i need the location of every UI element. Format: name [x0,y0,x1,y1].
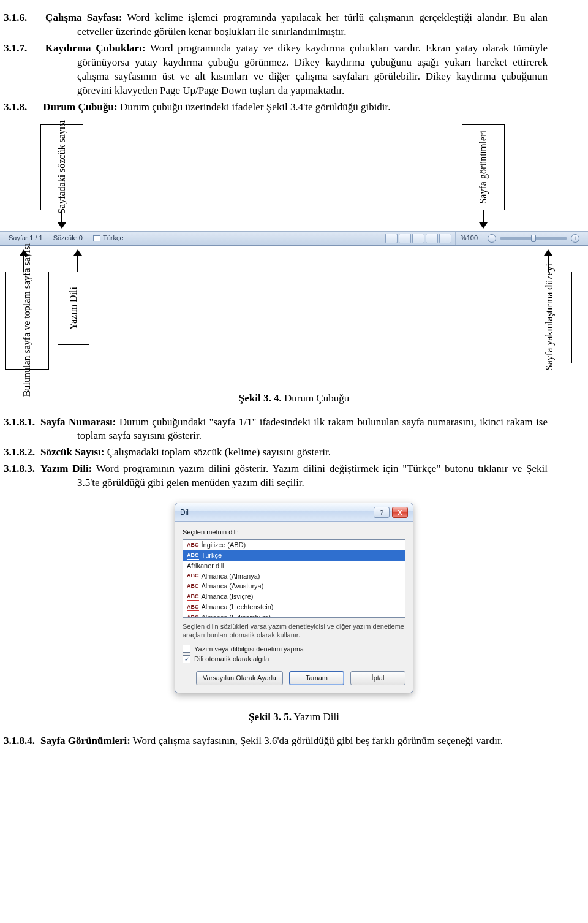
view-outline-button[interactable] [426,234,438,243]
list-item[interactable]: ABCAlmanca (Lüksemburg) [183,612,405,618]
figure-35-caption: Şekil 3. 5. Yazım Dili [40,710,548,724]
spellcheck-icon: ABC [187,552,199,560]
section-text: Çalışmadaki toplam sözcük (kelime) sayıs… [107,446,331,458]
view-fullscreen-button[interactable] [399,234,411,243]
zoom-track[interactable] [500,237,567,240]
spellcheck-icon: ABC [187,572,199,580]
checkbox-icon: ✓ [183,655,190,663]
checkbox-icon [183,645,190,653]
callouts-bottom-row: Bulunulan sayfa ve toplam sayfa sayısı Y… [40,252,548,374]
section-title: Durum Çubuğu: [43,101,117,113]
cancel-button[interactable]: İptal [350,671,405,685]
section-text: Word programında yatay ve dikey kaydırma… [77,42,548,96]
language-dialog-figure: Dil ? X Seçilen metnin dili: ABCİngilizc… [40,503,548,693]
section-text: Word programının yazım dilini gösterir. … [77,463,548,488]
list-item[interactable]: ABCAlmanca (Almanya) [183,571,405,582]
section-318: 3.1.8. Durum Çubuğu: Durum çubuğu üzerin… [40,101,548,115]
spellcheck-icon: ABC [187,541,199,549]
callout-zoom-level: Sayfa yakınlaştırma düzeyi [527,272,572,363]
section-317: 3.1.7. Kaydırma Çubukları: Word programı… [40,42,548,98]
statusbar-language[interactable]: Türkçe [88,232,129,245]
callouts-top-row: Sayfadaki sözcük sayısı Sayfa görünümler… [40,124,548,229]
section-title: Yazım Dili: [40,463,92,474]
dialog-help-button[interactable]: ? [374,507,390,518]
dialog-title: Dil [180,507,374,517]
statusbar-view-buttons [382,234,455,243]
zoom-thumb[interactable] [531,235,536,242]
list-item[interactable]: ABCAlmanca (Avusturya) [183,581,405,591]
list-item[interactable]: ABCTürkçe [183,550,405,561]
section-3184: 3.1.8.4.Sayfa Görünümleri: Word çalışma … [40,734,548,748]
view-draft-button[interactable] [439,234,451,243]
section-title: Sayfa Numarası: [40,416,116,428]
statusbar: Sayfa: 1 / 1 Sözcük: 0 Türkçe %100 − + [0,231,588,246]
arrow-down-icon [58,210,66,229]
statusbar-figure: Sayfa: 1 / 1 Sözcük: 0 Türkçe %100 − + [0,231,588,252]
view-web-layout-button[interactable] [412,234,424,243]
dialog-note: Seçilen dilin sözlükleri varsa yazım den… [183,623,405,640]
list-item[interactable]: Afrikaner dili [183,561,405,571]
spellcheck-icon: ABC [187,613,199,618]
zoom-out-button[interactable]: − [488,234,496,243]
callout-page-number: Bulunulan sayfa ve toplam sayfa sayısı [5,272,49,370]
section-3183: 3.1.8.3.Yazım Dili: Word programının yaz… [40,462,548,490]
dialog-body: Seçilen metnin dili: ABCİngilizce (ABD) … [175,522,413,693]
list-item[interactable]: ABCAlmanca (Liechtenstein) [183,602,405,612]
set-default-button[interactable]: Varsayılan Olarak Ayarla [196,671,283,685]
callout-language: Yazım Dili [58,272,89,345]
arrow-down-icon [479,210,488,229]
zoom-in-button[interactable]: + [571,234,579,243]
statusbar-word-count[interactable]: Sözcük: 0 [48,232,88,245]
callout-word-count: Sayfadaki sözcük sayısı [40,124,83,210]
section-title: Kaydırma Çubukları: [45,42,146,54]
statusbar-zoom-slider: − + [483,234,584,243]
section-title: Çalışma Sayfası: [45,12,122,23]
section-title: Sözcük Sayısı: [40,446,104,458]
spellcheck-icon: ABC [187,582,199,590]
section-text: Durum çubuğundaki "sayfa 1/1" ifadesinde… [77,416,548,442]
dialog-titlebar: Dil ? X [175,503,413,522]
section-text: Word kelime işlemci programında yapılaca… [77,12,548,37]
dialog-list-label: Seçilen metnin dili: [183,528,405,537]
dialog-button-row: Varsayılan Olarak Ayarla Tamam İptal [183,671,405,685]
arrow-up-icon [74,249,82,272]
section-text: Durum çubuğu üzerindeki ifadeler Şekil 3… [120,101,391,113]
list-item[interactable]: ABCİngilizce (ABD) [183,540,405,550]
language-listbox[interactable]: ABCİngilizce (ABD) ABCTürkçe Afrikaner d… [183,539,405,618]
callout-page-views: Sayfa görünümleri [462,124,505,210]
list-item[interactable]: ABCAlmanca (İsviçre) [183,591,405,602]
spellcheck-icon: ABC [187,593,199,601]
section-3182: 3.1.8.2.Sözcük Sayısı: Çalışmadaki topla… [40,446,548,460]
section-3181: 3.1.8.1.Sayfa Numarası: Durum çubuğundak… [40,416,548,444]
figure-34-caption: Şekil 3. 4. Durum Çubuğu [40,392,548,406]
view-print-layout-button[interactable] [385,234,398,243]
dialog-close-button[interactable]: X [392,507,408,518]
spellcheck-icon: ABC [187,603,199,611]
ok-button[interactable]: Tamam [289,671,344,685]
language-dialog: Dil ? X Seçilen metnin dili: ABCİngilizc… [175,503,413,693]
section-title: Sayfa Görünümleri: [40,735,130,746]
section-316: 3.1.6. Çalışma Sayfası: Word kelime işle… [40,11,548,39]
checkbox-auto-detect[interactable]: ✓ Dili otomatik olarak algıla [183,655,405,664]
checkbox-no-proofing[interactable]: Yazım veya dilbilgisi denetimi yapma [183,645,405,654]
section-text: Word çalışma sayfasının, Şekil 3.6'da gö… [133,735,503,746]
statusbar-zoom-pct[interactable]: %100 [455,232,483,245]
book-icon [93,235,100,241]
